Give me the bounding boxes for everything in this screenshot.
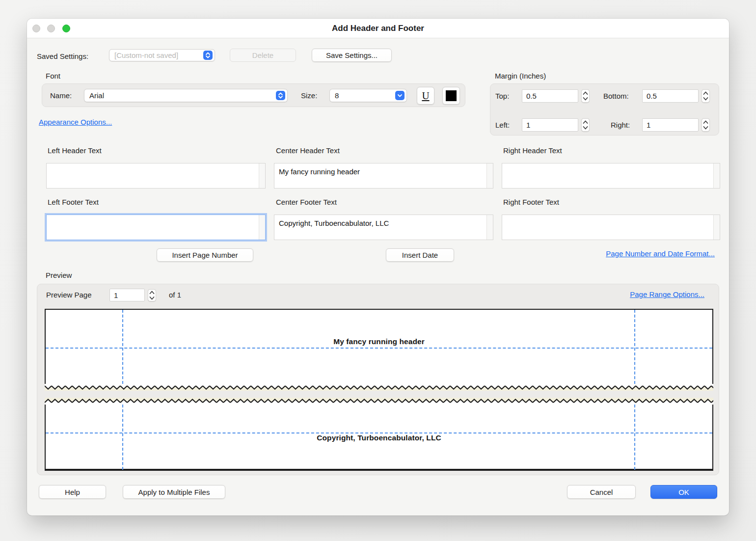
underline-button[interactable]: U [417, 87, 434, 105]
center-footer-label: Center Footer Text [276, 198, 337, 206]
margin-bottom-input[interactable]: 0.5 [642, 89, 699, 103]
margin-right-value: 1 [647, 121, 650, 129]
preview-page-top-piece [45, 309, 713, 384]
center-footer-input[interactable]: Copyright, Turboencabulator, LLC [274, 215, 486, 240]
margin-group: Top: 0.5 Bottom: 0.5 Left: 1 Right: 1 [490, 83, 719, 135]
margin-bottom-value: 0.5 [647, 92, 657, 100]
titlebar: Add Header and Footer [27, 19, 729, 38]
right-header-input[interactable] [502, 163, 713, 188]
margin-left-label: Left: [495, 118, 510, 132]
ok-button[interactable]: OK [650, 485, 717, 499]
preview-of-label: of 1 [169, 289, 181, 301]
stepper-down-icon [149, 296, 155, 300]
right-header-label: Right Header Text [503, 146, 562, 155]
dialog-title: Add Header and Footer [27, 19, 729, 38]
save-settings-button[interactable]: Save Settings... [312, 49, 392, 62]
cancel-button[interactable]: Cancel [567, 485, 636, 499]
stepper-down-icon [703, 97, 708, 101]
margin-left-stepper[interactable] [581, 118, 590, 132]
margin-bottom-label: Bottom: [603, 89, 629, 103]
close-button[interactable] [32, 25, 40, 32]
help-button[interactable]: Help [39, 485, 106, 499]
chevron-down-icon [395, 91, 405, 100]
margin-left-value: 1 [526, 121, 530, 129]
preview-page-stepper[interactable] [148, 289, 156, 301]
scrollbar-track[interactable] [259, 163, 265, 188]
minimize-button[interactable] [47, 25, 55, 32]
font-color-swatch-icon [446, 90, 457, 101]
preview-header-text: My fancy running header [45, 337, 713, 346]
chevron-up-down-icon [276, 91, 285, 100]
font-size-label: Size: [301, 84, 317, 108]
right-margin-guide-top [634, 310, 635, 384]
scrollbar-track[interactable] [486, 215, 493, 240]
scrollbar-track[interactable] [486, 163, 493, 188]
preview-page-canvas: My fancy running header Copyright, Turbo… [45, 309, 713, 471]
center-footer-field[interactable]: Copyright, Turboencabulator, LLC [274, 215, 493, 240]
center-header-label: Center Header Text [276, 146, 340, 155]
saved-settings-select[interactable]: [Custom-not saved] [109, 49, 215, 61]
top-margin-guide [46, 348, 712, 349]
stepper-up-icon [583, 91, 588, 95]
right-footer-label: Right Footer Text [503, 198, 559, 206]
margin-right-stepper[interactable] [702, 118, 710, 132]
insert-page-number-button[interactable]: Insert Page Number [157, 248, 253, 262]
preview-group: Preview Page 1 of 1 Page Range Options..… [37, 284, 719, 475]
margin-right-label: Right: [611, 118, 630, 132]
scrollbar-track[interactable] [259, 215, 265, 240]
margin-right-input[interactable]: 1 [642, 118, 699, 132]
stepper-up-icon [149, 291, 155, 295]
stepper-down-icon [703, 126, 708, 130]
left-header-label: Left Header Text [48, 146, 102, 155]
font-size-select[interactable]: 8 [329, 89, 407, 102]
font-name-label: Name: [50, 84, 72, 108]
apply-to-multiple-files-button[interactable]: Apply to Multiple Files [123, 485, 225, 499]
chevron-up-down-icon [203, 51, 213, 60]
margin-top-value: 0.5 [526, 92, 537, 100]
margin-top-label: Top: [495, 89, 509, 103]
right-footer-input[interactable] [502, 215, 713, 240]
preview-page-label: Preview Page [46, 289, 92, 301]
saved-settings-label: Saved Settings: [37, 51, 88, 62]
margin-top-stepper[interactable] [581, 89, 590, 103]
margin-top-input[interactable]: 0.5 [522, 89, 578, 103]
font-size-value: 8 [335, 91, 395, 100]
left-footer-field[interactable] [46, 215, 266, 240]
left-header-field[interactable] [46, 163, 266, 189]
left-header-input[interactable] [47, 163, 259, 188]
add-header-footer-dialog: Add Header and Footer Saved Settings: [C… [27, 19, 729, 515]
preview-group-label: Preview [46, 271, 72, 279]
stepper-up-icon [583, 120, 588, 124]
scrollbar-track[interactable] [713, 215, 720, 240]
center-header-input[interactable]: My fancy running header [274, 163, 486, 188]
preview-footer-text: Copyright, Turboencabulator, LLC [45, 433, 713, 442]
margin-left-input[interactable]: 1 [522, 118, 578, 132]
font-group-label: Font [46, 72, 60, 80]
left-footer-label: Left Footer Text [48, 198, 99, 206]
preview-page-value: 1 [114, 291, 118, 299]
delete-button[interactable]: Delete [230, 49, 296, 62]
left-footer-input[interactable] [47, 215, 259, 240]
torn-edge-bottom [45, 398, 713, 405]
zoom-button[interactable] [62, 25, 70, 32]
margin-bottom-stepper[interactable] [702, 89, 710, 103]
page-range-options-link[interactable]: Page Range Options... [630, 290, 704, 298]
insert-date-button[interactable]: Insert Date [386, 248, 454, 262]
font-name-select[interactable]: Arial [84, 89, 288, 102]
page-number-date-format-link[interactable]: Page Number and Date Format... [606, 249, 715, 258]
stepper-down-icon [583, 126, 588, 130]
margin-group-label: Margin (Inches) [495, 72, 546, 80]
stepper-up-icon [703, 91, 708, 95]
font-name-value: Arial [89, 91, 276, 100]
right-footer-field[interactable] [502, 215, 720, 240]
appearance-options-link[interactable]: Appearance Options... [39, 118, 112, 126]
underline-icon: U [422, 90, 429, 102]
right-header-field[interactable] [502, 163, 720, 189]
font-color-button[interactable] [442, 87, 460, 105]
center-header-field[interactable]: My fancy running header [274, 163, 493, 189]
torn-edge-top [45, 384, 713, 391]
preview-page-input[interactable]: 1 [109, 289, 145, 301]
scrollbar-track[interactable] [713, 163, 720, 188]
left-margin-guide-top [122, 310, 123, 384]
font-group: Name: Arial Size: 8 U [42, 83, 465, 107]
